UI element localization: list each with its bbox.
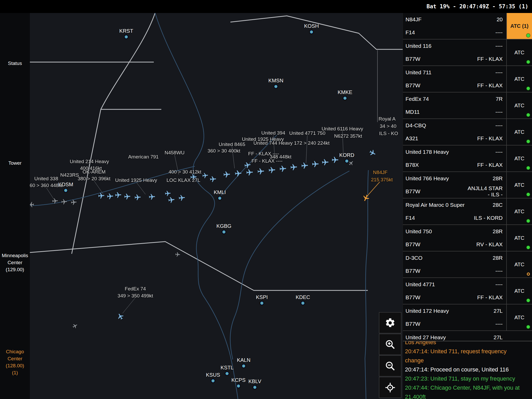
status-dot xyxy=(527,60,530,64)
aircraft-label: 380 > 20 396kt xyxy=(78,176,110,182)
strip-atc-cell[interactable]: ATC xyxy=(506,251,532,277)
strip-atc-cell[interactable]: ATC xyxy=(506,66,532,92)
aircraft-icon[interactable] xyxy=(369,149,376,157)
airport-kdsm[interactable]: KDSM xyxy=(64,189,67,192)
strip-atc-cell[interactable]: ATC xyxy=(506,198,532,224)
strip-atc-cell[interactable]: ATC xyxy=(506,119,532,145)
aircraft-icon[interactable] xyxy=(134,194,141,201)
strip-route: RV - KLAX xyxy=(467,238,506,251)
airport-label: KORD xyxy=(339,152,354,158)
airport-kmli[interactable]: KMLI xyxy=(218,197,221,200)
airport-icon xyxy=(274,85,277,88)
aircraft-icon[interactable] xyxy=(61,198,68,205)
airport-icon xyxy=(125,35,128,38)
aircraft-icon[interactable] xyxy=(268,166,276,174)
airport-kblv[interactable]: KBLV xyxy=(253,386,256,389)
aircraft-icon[interactable] xyxy=(348,160,354,166)
airport-kcps[interactable]: KCPS xyxy=(237,384,240,388)
airport-label: KMLI xyxy=(214,189,226,195)
strip-route: FF - KLAX xyxy=(467,52,506,65)
airport-kosh[interactable]: KOSH xyxy=(310,30,313,34)
sidebar-item-label: Tower xyxy=(0,159,30,167)
strip-route: FF - KLAX xyxy=(467,132,506,145)
airport-label: KMKE xyxy=(338,89,353,95)
aircraft-icon[interactable] xyxy=(321,158,329,166)
airport-kspi[interactable]: KSPI xyxy=(260,302,263,305)
strip-aircraft-type: B77W xyxy=(403,79,467,92)
aircraft-icon[interactable] xyxy=(52,198,58,204)
flight-strip[interactable]: Royal Air Maroc 0 Super28CF14ILS - KORDA… xyxy=(403,198,532,225)
aircraft-icon[interactable] xyxy=(107,193,114,200)
zoom-out-button[interactable] xyxy=(379,355,401,376)
sidebar-item-minneapolis-center[interactable]: MinneapolisCenter(129.00) xyxy=(0,252,30,273)
flight-strip[interactable]: United 27 Heavy27L xyxy=(403,331,532,341)
settings-button[interactable] xyxy=(379,312,401,333)
airport-kgbg[interactable]: KGBG xyxy=(222,230,225,234)
airport-kstl[interactable]: KSTL xyxy=(225,372,229,375)
strip-runway: ---- xyxy=(467,119,506,132)
flight-strip[interactable]: United 711----B77WFF - KLAXATC xyxy=(403,66,532,92)
airport-krst[interactable]: KRST xyxy=(125,35,128,38)
center-map-button[interactable] xyxy=(379,377,401,398)
flight-strip[interactable]: United 75028RB77WRV - KLAXATC xyxy=(403,225,532,251)
aircraft-icon[interactable] xyxy=(223,171,231,178)
sidebar-item-status[interactable]: Status xyxy=(0,60,30,67)
airport-kmke[interactable]: KMKE xyxy=(343,97,347,100)
strip-atc-cell[interactable]: ATC xyxy=(506,145,532,171)
aircraft-icon[interactable] xyxy=(72,323,78,329)
strip-atc-cell[interactable]: ATC xyxy=(506,304,532,330)
airport-kdec[interactable]: KDEC xyxy=(301,302,304,305)
aircraft-icon[interactable] xyxy=(244,162,251,169)
strip-atc-cell[interactable]: ATC (1) xyxy=(506,13,532,39)
aircraft-n84jf-icon[interactable] xyxy=(362,194,370,202)
aircraft-icon[interactable] xyxy=(117,313,124,320)
aircraft-icon[interactable] xyxy=(209,176,217,183)
aircraft-icon[interactable] xyxy=(164,190,171,197)
airport-icon xyxy=(211,379,215,382)
strip-atc-cell[interactable]: ATC xyxy=(506,92,532,118)
aircraft-icon[interactable] xyxy=(257,168,265,175)
flight-strip[interactable]: United 4771----B77WFF - KLAXATC xyxy=(403,278,532,304)
aircraft-icon[interactable] xyxy=(98,192,105,200)
flight-strip[interactable]: FedEx 747RMD11----ATC xyxy=(403,92,532,119)
aircraft-icon[interactable] xyxy=(202,172,209,179)
aircraft-icon[interactable] xyxy=(30,201,35,208)
aircraft-icon[interactable] xyxy=(175,252,181,257)
radar-map[interactable]: KRSTKOSHKMSNKMKEKORDKMLIKGBGKDSMKSPIKDEC… xyxy=(30,13,403,399)
strip-atc-cell[interactable]: ATC xyxy=(506,278,532,304)
flight-strip[interactable]: United 116----B77WFF - KLAXATC xyxy=(403,39,532,66)
flight-strip[interactable]: D4-CBQ----A321FF - KLAXATC xyxy=(403,119,532,145)
aircraft-label: United 1925 Heavy xyxy=(115,177,157,183)
aircraft-icon[interactable] xyxy=(290,163,298,171)
sidebar-item-tower[interactable]: Tower xyxy=(0,159,30,167)
sidebar-item-chicago-center[interactable]: ChicagoCenter(128.00)(1) xyxy=(0,348,30,376)
aircraft-icon[interactable] xyxy=(279,165,287,173)
aircraft-icon[interactable] xyxy=(124,193,131,200)
aircraft-icon[interactable] xyxy=(168,196,175,204)
airport-ksus[interactable]: KSUS xyxy=(211,379,215,382)
zoom-in-button[interactable] xyxy=(379,334,401,355)
airport-kaln[interactable]: KALN xyxy=(242,364,245,368)
aircraft-icon[interactable] xyxy=(246,169,254,176)
strip-atc-cell[interactable]: ATC xyxy=(506,39,532,65)
flight-strip[interactable]: N84JF20F14----ATC (1) xyxy=(403,13,532,39)
rivers xyxy=(30,13,368,399)
aircraft-icon[interactable] xyxy=(70,199,77,206)
aircraft-icon[interactable] xyxy=(311,160,319,168)
status-dot xyxy=(527,219,530,223)
strip-atc-cell[interactable]: ATC xyxy=(506,225,532,251)
airport-kmsn[interactable]: KMSN xyxy=(274,85,277,88)
strip-atc-cell[interactable]: ATC xyxy=(506,172,532,198)
aircraft-icon[interactable] xyxy=(115,191,122,199)
flight-strip[interactable]: United 172 Heavy27LB77W----ATC xyxy=(403,304,532,331)
aircraft-icon[interactable] xyxy=(331,156,339,164)
aircraft-icon[interactable] xyxy=(148,193,156,201)
aircraft-icon[interactable] xyxy=(234,170,242,177)
aircraft-icon[interactable] xyxy=(301,162,309,170)
flight-strip[interactable]: United 178 Heavy----B78XFF - KLAXATC xyxy=(403,145,532,172)
flight-strip[interactable]: United 766 Heavy28RB77WANJLL4 STAR - ILS… xyxy=(403,172,532,198)
flight-strip[interactable]: D-3CO28RB77W----ATC xyxy=(403,251,532,278)
aircraft-icon[interactable] xyxy=(178,194,185,202)
strip-callsign: Royal Air Maroc 0 Super xyxy=(403,198,467,211)
log-message: 20:47:23: United 711, stay on my frequen… xyxy=(405,374,525,383)
